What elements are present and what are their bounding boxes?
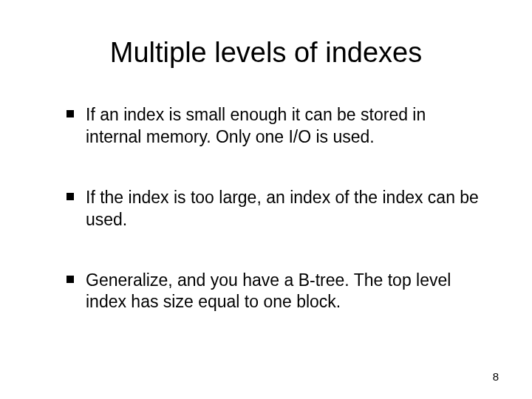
bullet-list: If an index is small enough it can be st… bbox=[52, 104, 480, 313]
bullet-item: Generalize, and you have a B-tree. The t… bbox=[66, 270, 480, 314]
slide-container: Multiple levels of indexes If an index i… bbox=[0, 0, 532, 399]
bullet-item: If the index is too large, an index of t… bbox=[66, 187, 480, 231]
bullet-item: If an index is small enough it can be st… bbox=[66, 104, 480, 149]
slide-title: Multiple levels of indexes bbox=[52, 37, 480, 69]
page-number: 8 bbox=[493, 370, 499, 383]
